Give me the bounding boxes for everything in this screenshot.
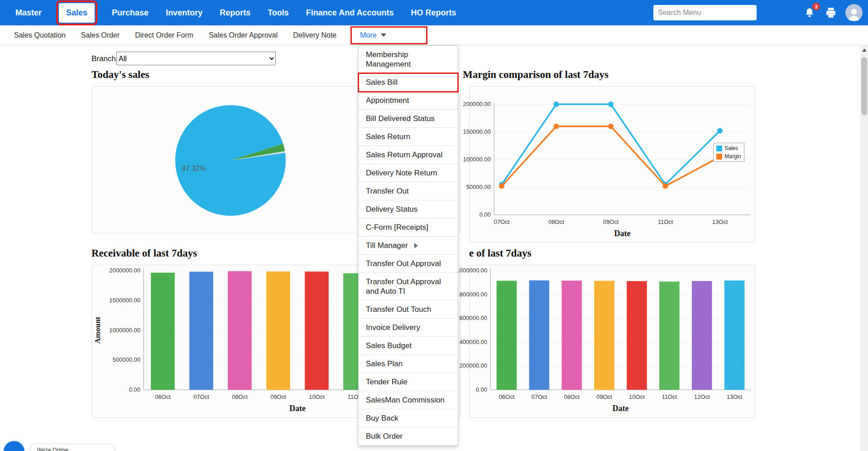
menu-item-label: Sales Budget xyxy=(366,341,412,350)
topnav-right: 3 xyxy=(653,4,868,21)
svg-text:08Oct: 08Oct xyxy=(564,393,580,400)
svg-text:09Oct: 09Oct xyxy=(270,393,286,400)
nav-master[interactable]: Master xyxy=(15,8,42,18)
svg-text:08Oct: 08Oct xyxy=(548,218,564,225)
menu-item-sales-bill[interactable]: Sales Bill xyxy=(359,73,458,92)
svg-text:08Oct: 08Oct xyxy=(232,393,248,400)
svg-text:1000000.00: 1000000.00 xyxy=(109,327,140,334)
menu-item-appointment[interactable]: Appointment xyxy=(359,92,458,110)
svg-text:09Oct: 09Oct xyxy=(603,218,619,225)
menu-item-transfer-out[interactable]: Transfer Out xyxy=(359,182,458,200)
svg-text:13Oct: 13Oct xyxy=(712,218,728,225)
svg-text:07Oct: 07Oct xyxy=(531,393,547,400)
menu-item-label: Transfer Out xyxy=(366,186,409,196)
menu-item-label: Transfer Out Touch xyxy=(366,305,432,314)
sale-7days-chart: 0.00200000.00400000.00600000.00800000.00… xyxy=(469,265,755,418)
subnav-more[interactable]: More xyxy=(352,28,426,43)
search-input[interactable] xyxy=(653,5,757,20)
menu-item-bill-delivered-status[interactable]: Bill Delivered Status xyxy=(359,110,458,128)
print-button[interactable] xyxy=(824,6,838,19)
nav-reports[interactable]: Reports xyxy=(220,8,250,18)
menu-item-label: Bill Delivered Status xyxy=(366,114,435,123)
svg-text:0.00: 0.00 xyxy=(480,211,491,218)
menu-item-tender-rule[interactable]: Tender Rule xyxy=(359,373,458,391)
menu-item-till-manager[interactable]: Till Manager xyxy=(359,237,458,255)
menu-item-sales-return-approval[interactable]: Sales Return Approval xyxy=(359,146,458,164)
sale-7days-title: e of last 7days xyxy=(469,247,531,259)
menu-item-membership-management[interactable]: Membership Management xyxy=(359,46,458,73)
svg-text:10Oct: 10Oct xyxy=(629,393,645,400)
menu-item-label: Sales Bill xyxy=(366,78,398,87)
menu-item-sales-plan[interactable]: Sales Plan xyxy=(359,355,458,373)
nav-purchase[interactable]: Purchase xyxy=(112,8,149,18)
svg-text:11Oct: 11Oct xyxy=(662,393,677,400)
subnav-sales-quotation[interactable]: Sales Quotation xyxy=(14,31,66,39)
user-avatar[interactable] xyxy=(845,4,863,21)
svg-text:0.00: 0.00 xyxy=(129,386,140,393)
nav-sales[interactable]: Sales xyxy=(59,3,95,23)
menu-item-c-form-receipts[interactable]: C-Form [Receipts] xyxy=(359,218,458,237)
menu-item-delivery-status[interactable]: Delivery Status xyxy=(359,200,458,218)
menu-item-buy-back[interactable]: Buy Back xyxy=(359,409,458,427)
legend-swatch xyxy=(716,154,722,160)
scrollbar[interactable] xyxy=(860,45,868,451)
menu-item-label: Sales Return Approval xyxy=(366,150,442,160)
menu-item-label: Bulk Order xyxy=(366,432,403,441)
svg-text:600000.00: 600000.00 xyxy=(460,315,487,321)
menu-item-transfer-out-approval[interactable]: Transfer Out Approval xyxy=(359,255,458,273)
svg-text:1500000.00: 1500000.00 xyxy=(109,297,140,304)
branch-select[interactable]: All xyxy=(116,52,276,65)
nav-finance-and-accounts[interactable]: Finance And Accounts xyxy=(306,8,394,18)
menu-item-transfer-out-touch[interactable]: Transfer Out Touch xyxy=(359,301,458,319)
scroll-up-arrow[interactable] xyxy=(860,45,868,54)
menu-item-invoice-delivery[interactable]: Invoice Delivery xyxy=(359,319,458,337)
subnav-delivery-note[interactable]: Delivery Note xyxy=(293,31,336,39)
menu-item-label: SalesMan Commission xyxy=(366,395,445,405)
caret-up-icon xyxy=(862,48,867,52)
menu-item-label: Sales Plan xyxy=(366,359,403,369)
subnav-sales-order-approval[interactable]: Sales Order Approval xyxy=(209,31,278,39)
branch-label: Branch xyxy=(91,54,116,63)
notifications-button[interactable]: 3 xyxy=(803,6,816,19)
receivable-title: Receivable of last 7days xyxy=(91,247,197,259)
menu-item-transfer-out-approval-and-auto-ti[interactable]: Transfer Out Approval and Auto TI xyxy=(359,273,458,301)
notification-badge: 3 xyxy=(812,3,820,10)
svg-text:07Oct: 07Oct xyxy=(193,393,209,400)
menu-item-sales-budget[interactable]: Sales Budget xyxy=(359,337,458,355)
subnav-direct-order-form[interactable]: Direct Order Form xyxy=(135,31,193,39)
top-navbar: MasterSalesPurchaseInventoryReportsTools… xyxy=(0,0,868,25)
menu-item-label: C-Form [Receipts] xyxy=(366,223,428,232)
chat-status-card[interactable]: We're Online xyxy=(30,444,115,451)
more-dropdown-menu: Membership ManagementSales BillAppointme… xyxy=(358,45,458,446)
sales-submenu: Sales QuotationSales OrderDirect Order F… xyxy=(0,25,868,45)
todays-sales-title: Today's sales xyxy=(91,69,149,81)
svg-text:09Oct: 09Oct xyxy=(596,393,612,400)
menu-item-label: Sales Return xyxy=(366,132,410,141)
main-menu: MasterSalesPurchaseInventoryReportsTools… xyxy=(0,3,456,23)
subnav-sales-order[interactable]: Sales Order xyxy=(81,31,120,39)
nav-inventory[interactable]: Inventory xyxy=(166,8,202,18)
svg-text:10Oct: 10Oct xyxy=(309,393,325,400)
scroll-thumb[interactable] xyxy=(861,57,867,115)
svg-text:0.00: 0.00 xyxy=(476,386,487,393)
svg-text:07Oct: 07Oct xyxy=(494,218,510,225)
svg-text:100000.00: 100000.00 xyxy=(463,156,491,163)
nav-ho-reports[interactable]: HO Reports xyxy=(411,8,456,18)
menu-item-label: Tender Rule xyxy=(366,377,408,387)
menu-item-salesman-commission[interactable]: SalesMan Commission xyxy=(359,391,458,409)
svg-text:150000.00: 150000.00 xyxy=(463,128,491,135)
chevron-down-icon xyxy=(381,34,386,37)
menu-item-label: Till Manager xyxy=(366,241,408,250)
menu-item-sales-return[interactable]: Sales Return xyxy=(359,128,458,146)
menu-item-label: Transfer Out Approval and Auto TI xyxy=(366,277,451,296)
menu-item-delivery-note-return[interactable]: Delivery Note Return xyxy=(359,164,458,182)
svg-text:Date: Date xyxy=(614,229,631,238)
svg-text:2000000.00: 2000000.00 xyxy=(109,267,140,274)
menu-item-label: Invoice Delivery xyxy=(366,323,420,332)
svg-text:200000.00: 200000.00 xyxy=(463,101,491,107)
menu-item-label: Transfer Out Approval xyxy=(366,259,441,268)
svg-text:11Oct: 11Oct xyxy=(658,218,673,225)
menu-item-bulk-order[interactable]: Bulk Order xyxy=(359,427,458,446)
svg-text:Amount: Amount xyxy=(93,316,102,344)
nav-tools[interactable]: Tools xyxy=(268,8,289,18)
